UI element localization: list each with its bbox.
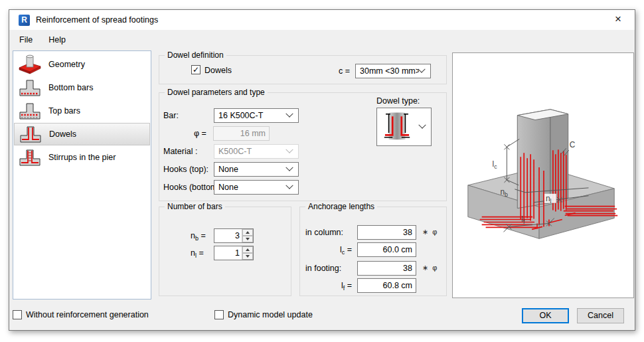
dowels-icon: [19, 124, 44, 144]
lf-field[interactable]: 60.8 cm: [357, 278, 416, 293]
hooks-bottom-value: None: [214, 183, 287, 192]
chevron-down-icon: [285, 146, 293, 153]
group-dowel-parameters: Dowel parameters and type Bar: 16 K500C-…: [159, 92, 447, 201]
dowel-type-select[interactable]: [376, 108, 432, 146]
cancel-button[interactable]: Cancel: [577, 308, 624, 323]
group-title: Anchorage lengths: [305, 202, 377, 211]
c-label: c =: [339, 66, 350, 76]
material-select-value: K500C-T: [214, 147, 287, 156]
group-title: Dowel parameters and type: [165, 88, 268, 97]
phi-label: φ =: [194, 129, 206, 138]
group-anchorage-lengths: Anchorage lengths in column: 38 ∗ φ lc =…: [299, 207, 447, 296]
chevron-down-icon: [285, 110, 293, 118]
cover-select-value: 30mm <30 mm>: [356, 66, 419, 76]
sidebar-item-label: Bottom bars: [48, 83, 93, 92]
bar-select-value: 16 K500C-T: [214, 111, 287, 120]
nb-label: nb =: [191, 231, 206, 242]
sidebar-item-bottom-bars[interactable]: Bottom bars: [14, 76, 150, 99]
footing-preview-panel: lc C nb nl lf: [452, 52, 634, 298]
chevron-down-icon: [418, 122, 426, 129]
lf-label: lf =: [305, 281, 352, 292]
bottom-bars-icon: [18, 78, 43, 98]
screen: R Reinforcement of spread footings × Fil…: [0, 0, 644, 342]
reinforcement-dialog: R Reinforcement of spread footings × Fil…: [9, 9, 635, 331]
nl-decrement-button[interactable]: [242, 253, 253, 260]
in-column-label: in column:: [305, 228, 343, 237]
title-bar: R Reinforcement of spread footings ×: [9, 10, 635, 30]
menu-file[interactable]: File: [13, 32, 39, 48]
dowels-checkbox[interactable]: ✓: [191, 65, 201, 74]
bar-label: Bar:: [163, 111, 179, 120]
chevron-down-icon: [285, 182, 293, 189]
without-reinforcement-label: Without reinforcement generation: [26, 310, 149, 319]
window-title: Reinforcement of spread footings: [36, 15, 158, 25]
hooks-top-select[interactable]: None: [214, 162, 299, 177]
times-phi-suffix: ∗ φ: [422, 264, 437, 272]
dowel-type-icon: [380, 110, 414, 143]
nl-spinner[interactable]: 1: [214, 246, 254, 260]
cover-select[interactable]: 30mm <30 mm>: [355, 64, 431, 78]
chevron-down-icon: [285, 164, 293, 171]
sidebar-item-label: Top bars: [48, 106, 80, 116]
nb-decrement-button[interactable]: [242, 236, 253, 242]
nl-increment-button[interactable]: [242, 246, 253, 253]
hooks-top-label: Hooks (top):: [163, 165, 208, 174]
bar-select[interactable]: 16 K500C-T: [214, 108, 299, 123]
group-title: Dowel definition: [165, 50, 226, 60]
sidebar-item-label: Dowels: [49, 129, 76, 139]
sidebar-item-label: Geometry: [48, 60, 85, 69]
sidebar-item-top-bars[interactable]: Top bars: [14, 100, 150, 122]
lc-dim-label: lc: [493, 159, 498, 170]
sidebar-item-geometry[interactable]: Geometry: [14, 53, 150, 76]
group-dowel-definition: Dowel definition ✓ Dowels c = 30mm <30 m…: [159, 55, 447, 84]
dowel-type-label: Dowel type:: [376, 96, 420, 106]
robot-app-icon: R: [19, 15, 30, 26]
nb-value: 3: [214, 229, 242, 242]
chevron-down-icon: [418, 66, 425, 73]
in-footing-field[interactable]: 38: [357, 261, 416, 276]
hooks-top-value: None: [214, 165, 287, 174]
material-select: K500C-T: [214, 144, 299, 159]
category-list: Geometry Bottom bars Top bars: [13, 50, 151, 299]
geometry-icon: [18, 54, 43, 74]
footing-3d-preview: lc C nb nl lf: [453, 53, 633, 298]
menu-bar: File Help: [9, 30, 635, 50]
in-column-field[interactable]: 38: [357, 225, 416, 240]
material-label: Material :: [163, 147, 197, 156]
c-dim-label: C: [570, 140, 576, 149]
diameter-field: 16 mm: [213, 126, 270, 141]
in-footing-label: in footing:: [305, 264, 341, 273]
sidebar-item-label: Stirrups in the pier: [48, 153, 116, 162]
top-bars-icon: [18, 101, 43, 121]
group-title: Number of bars: [165, 202, 225, 211]
sidebar-item-dowels[interactable]: Dowels: [14, 123, 150, 145]
dowels-checkbox-label: Dowels: [204, 66, 232, 75]
stirrups-icon: [18, 147, 43, 167]
lc-field[interactable]: 60.0 cm: [357, 242, 416, 257]
without-reinforcement-checkbox[interactable]: [13, 310, 22, 319]
dynamic-model-update-label: Dynamic model update: [228, 310, 313, 319]
ok-button[interactable]: OK: [522, 308, 569, 323]
menu-help[interactable]: Help: [42, 32, 72, 48]
close-icon[interactable]: ×: [611, 12, 625, 27]
times-phi-suffix: ∗ φ: [422, 228, 437, 236]
group-number-of-bars: Number of bars nb = 3 nl = 1: [159, 207, 291, 296]
dynamic-model-update-checkbox[interactable]: [214, 310, 224, 319]
lc-label: lc =: [305, 245, 352, 256]
nb-spinner[interactable]: 3: [214, 228, 254, 243]
hooks-bottom-select[interactable]: None: [214, 180, 299, 195]
nl-label: nl =: [191, 248, 204, 259]
nb-increment-button[interactable]: [242, 229, 253, 236]
nl-value: 1: [214, 246, 242, 260]
sidebar-item-stirrups[interactable]: Stirrups in the pier: [14, 146, 150, 169]
